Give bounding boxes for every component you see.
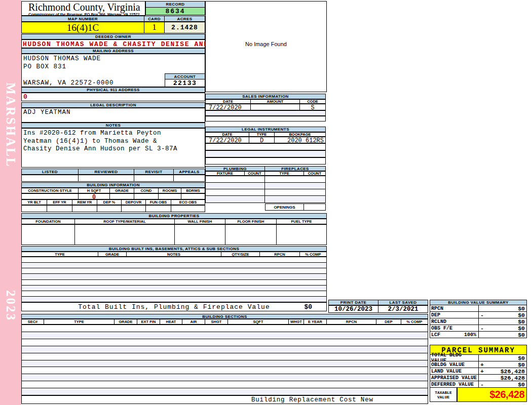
appeals-label: APPEALS — [174, 169, 205, 175]
notes-line: Chasity Denise Ann Hudson per SL 3-87A — [23, 145, 205, 153]
table-row — [22, 286, 326, 291]
bi-type-label: TYPE — [21, 252, 98, 257]
table-row — [205, 157, 326, 165]
acres-label: ACRES — [165, 16, 205, 22]
ps-value: $0 — [518, 361, 526, 368]
empty-cell — [134, 193, 159, 199]
legal-instruments-label: LEGAL INSTRUMENTS — [205, 127, 326, 132]
fun-obs-label: FUN OBS — [146, 199, 171, 205]
empty-cell — [21, 175, 79, 182]
building-info-row1-values: 0 — [21, 193, 205, 199]
rooms-label: ROOMS — [159, 188, 181, 193]
li-date-value: 7/22/2020 — [205, 137, 249, 143]
legal-instruments-row: 7/22/2020 D 2020 612RS — [205, 137, 326, 143]
mailing-line: PO BOX 831 — [23, 63, 205, 71]
ps-value: $0 — [518, 381, 526, 388]
empty-cell — [21, 193, 79, 199]
notes-label: NOTES — [21, 123, 205, 128]
li-date-label: DATE — [205, 132, 249, 137]
empty-cell — [79, 175, 134, 182]
ps-row-obldg: OBLDG VALUE +$0 — [430, 361, 527, 368]
acres-value: 2.1428 — [165, 22, 205, 33]
empty-cell — [265, 176, 326, 183]
table-row — [22, 360, 428, 368]
empty-cell — [21, 224, 75, 245]
empty-cell — [146, 205, 171, 212]
roof-type-label: ROOF TYPE/MATERIAL — [75, 219, 175, 224]
legal-instruments-headers: DATE TYPE BOOKPAGE — [205, 132, 326, 137]
card-label: CARD — [144, 16, 165, 22]
sidebar-vendor-label: MARSHALL — [4, 83, 18, 168]
bi-qty-label: QTY/SIZE — [221, 252, 260, 257]
sidebar: MARSHALL 2023 — [0, 0, 21, 405]
bvs-value: $0 — [518, 305, 526, 312]
empty-cell — [225, 224, 277, 245]
table-row — [205, 110, 326, 116]
ps-row-appraised: APPRAISED VALUE $26,428 — [430, 374, 527, 381]
taxable-value-row: TAXABLE VALUE $26,428 — [430, 387, 527, 402]
page-title: Richmond County, Virginia — [28, 2, 145, 12]
building-sections-body — [21, 325, 428, 395]
li-bookpage-value: 2020 612RS — [275, 137, 326, 143]
map-number-value: 16(4)1C — [21, 22, 144, 33]
table-row — [22, 274, 326, 279]
construction-style-label: CONSTRUCTION STYLE — [21, 188, 79, 193]
ps-row-land: LAND VALUE +$26,428 — [430, 368, 527, 375]
mailing-address-label: MAILING ADDRESS — [21, 48, 205, 54]
bvs-sign: - — [479, 325, 484, 332]
ps-value: $26,428 — [501, 368, 526, 375]
bvs-label: LCF — [431, 332, 440, 338]
fireplaces-label: FIREPLACES — [265, 166, 326, 171]
ps-label: TOTAL BLDG VALUE — [430, 354, 479, 361]
sales-date-label: DATE — [205, 99, 251, 104]
built-ins-total-value: $0 — [304, 303, 312, 311]
ps-row-deferred: DEFERRED VALUE -$0 — [430, 381, 527, 388]
bs-dep-label: DEP — [376, 319, 401, 325]
depovr-label: DEPOVR — [122, 199, 146, 205]
bvs-row-obs: OBS F/E -$0 — [430, 325, 527, 332]
building-info-row2-values — [21, 205, 205, 212]
building-properties-headers: FOUNDATION ROOF TYPE/MATERIAL WALL FINIS… — [21, 219, 327, 224]
fireplace-type-label: TYPE — [265, 171, 304, 176]
empty-cell — [205, 182, 265, 189]
sales-row: 7/22/2020 S — [205, 104, 326, 110]
legal-description-label: LEGAL DESCRIPTION — [21, 102, 205, 108]
sales-code-value: S — [300, 104, 326, 110]
ps-label: APPRAISED VALUE — [430, 374, 479, 381]
ps-sign: + — [479, 361, 484, 368]
bs-sec-label: SEC# — [21, 319, 44, 325]
table-row — [205, 116, 326, 122]
floor-finish-label: FLOOR FINISH — [225, 219, 277, 224]
bi-rpcn-label: RPCN — [260, 252, 300, 257]
table-row — [22, 263, 326, 268]
print-info-headers: PRINT DATE LAST SAVED — [328, 300, 428, 305]
bvs-label: RPCN — [430, 305, 479, 312]
county-title-block: Richmond County, Virginia Commissioner o… — [21, 1, 145, 16]
fuel-type-label: FUEL TYPE — [277, 219, 327, 224]
table-row — [22, 374, 428, 381]
empty-cell — [265, 182, 326, 189]
notes-block: Ins #2020-612 from Marietta Peyton Yeatm… — [21, 128, 205, 168]
map-value-row: 16(4)1C 1 2.1428 — [21, 22, 205, 33]
building-sections-label: BUILDING SECTIONS — [21, 314, 428, 319]
empty-cell — [159, 193, 181, 199]
empty-cell — [265, 195, 326, 203]
table-row — [22, 339, 428, 346]
empty-cell — [110, 193, 134, 199]
bvs-label: RCLND — [430, 318, 479, 325]
ps-sign: - — [479, 381, 484, 388]
empty-cell — [205, 176, 265, 183]
sales-code-label: CODE — [300, 99, 326, 104]
building-properties-values — [21, 224, 327, 245]
bdrms-label: BDRMS — [181, 188, 205, 193]
building-info-row2-headers: YR BLT EFF YR REM YR DEP % DEPOVR FUN OB… — [21, 199, 205, 205]
bs-shgt-label: SHGT — [205, 319, 228, 325]
building-information-label: BUILDING INFORMATION — [21, 182, 205, 188]
empty-cell — [47, 205, 72, 212]
fixture-count-label: COUNT — [245, 171, 265, 176]
print-date-label: PRINT DATE — [328, 300, 378, 305]
bi-grade-label: GRADE — [98, 252, 127, 257]
empty-cell — [265, 189, 326, 196]
empty-cell — [277, 224, 327, 245]
sales-information-label: SALES INFORMATION — [205, 94, 326, 99]
